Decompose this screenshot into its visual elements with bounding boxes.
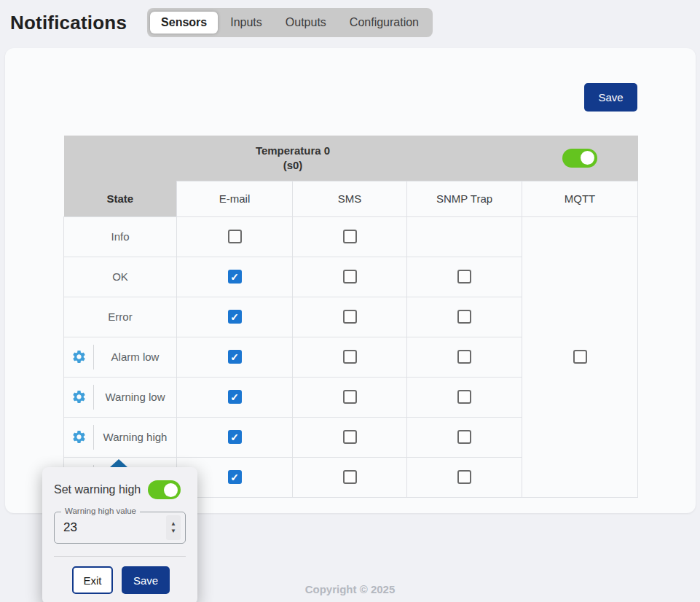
gear-icon[interactable] (64, 429, 93, 445)
tab-configuration[interactable]: Configuration (339, 12, 430, 34)
row-state-label: Error (64, 310, 176, 323)
page-header: Notifications SensorsInputsOutputsConfig… (0, 0, 700, 45)
sms-cell (293, 257, 407, 297)
snmp-trap-checkbox[interactable] (457, 390, 471, 404)
email-cell (177, 216, 293, 257)
sms-checkbox[interactable] (343, 270, 357, 284)
email-checkbox[interactable]: ✓ (228, 270, 242, 284)
sms-cell (293, 337, 407, 377)
warning-high-value-field[interactable]: Warning high value 23 ▲ ▼ (54, 512, 186, 544)
email-checkbox[interactable]: ✓ (228, 430, 242, 444)
snmp-trap-cell (407, 377, 522, 417)
email-cell: ✓ (177, 417, 293, 457)
set-warning-high-popup: Set warning high Warning high value 23 ▲… (42, 467, 197, 602)
column-header-email: E-mail (177, 181, 293, 216)
email-checkbox[interactable] (228, 230, 242, 243)
sms-checkbox[interactable] (343, 350, 357, 364)
row-state-label: OK (64, 270, 176, 283)
page-title: Notifications (10, 12, 127, 34)
snmp-trap-cell (407, 457, 522, 497)
table-row: Info (64, 216, 638, 257)
email-cell: ✓ (177, 337, 293, 377)
mqtt-checkbox[interactable] (573, 350, 587, 364)
sms-checkbox[interactable] (343, 310, 357, 324)
value-spinner: ▲ ▼ (166, 515, 181, 540)
column-header-row: State E-mail SMS SNMP Trap MQTT (64, 181, 638, 216)
email-checkbox[interactable]: ✓ (228, 470, 242, 484)
column-header-sms: SMS (293, 181, 407, 216)
sensor-notifications-table: Temperatura 0 (s0) State E-mail SMS SNMP… (63, 136, 638, 498)
sensor-table-body: Info OK ✓ Error ✓ (64, 216, 638, 497)
snmp-trap-cell (407, 417, 522, 457)
sms-checkbox[interactable] (343, 430, 357, 444)
snmp-trap-checkbox[interactable] (457, 270, 471, 284)
column-header-mqtt: MQTT (522, 181, 638, 216)
sms-cell (293, 297, 407, 337)
content-card: Save Temperatura 0 (s0) State (5, 48, 696, 513)
row-state-label: Alarm low (94, 351, 176, 363)
snmp-trap-checkbox[interactable] (457, 430, 471, 444)
popup-save-button[interactable]: Save (122, 566, 170, 594)
snmp-trap-checkbox[interactable] (457, 350, 471, 364)
sms-checkbox[interactable] (343, 470, 357, 484)
email-checkbox[interactable]: ✓ (228, 390, 242, 404)
field-label: Warning high value (61, 507, 140, 515)
sensor-enabled-toggle[interactable] (562, 149, 597, 168)
row-state-label: Warning low (94, 391, 176, 403)
email-cell: ✓ (177, 297, 293, 337)
gear-icon[interactable] (64, 349, 93, 364)
sms-cell (293, 417, 407, 457)
sensor-header-band: Temperatura 0 (s0) (64, 136, 638, 181)
mqtt-cell (522, 216, 638, 497)
sms-cell (293, 377, 407, 417)
warning-high-value-input[interactable]: 23 (63, 520, 166, 535)
row-state-label: Warning high (94, 431, 176, 443)
snmp-trap-checkbox[interactable] (457, 470, 471, 484)
set-warning-high-toggle[interactable] (148, 480, 181, 499)
snmp-trap-cell (407, 216, 522, 257)
sms-checkbox[interactable] (343, 230, 357, 243)
email-checkbox[interactable]: ✓ (228, 350, 242, 364)
exit-button[interactable]: Exit (72, 566, 113, 594)
sensor-title: Temperatura 0 (s0) (64, 136, 522, 181)
sms-checkbox[interactable] (343, 390, 357, 404)
popup-divider (54, 556, 186, 557)
email-cell: ✓ (177, 377, 293, 417)
tab-sensors[interactable]: Sensors (150, 12, 218, 34)
email-cell: ✓ (177, 257, 293, 297)
gear-icon[interactable] (64, 389, 93, 404)
tab-inputs[interactable]: Inputs (219, 12, 273, 34)
snmp-trap-cell (407, 297, 522, 337)
tab-bar: SensorsInputsOutputsConfiguration (147, 8, 433, 37)
email-checkbox[interactable]: ✓ (228, 310, 242, 324)
popup-toggle-label: Set warning high (54, 483, 141, 496)
row-state-label: Info (64, 230, 176, 243)
tab-outputs[interactable]: Outputs (275, 12, 337, 34)
column-header-snmp-trap: SNMP Trap (407, 181, 522, 216)
snmp-trap-checkbox[interactable] (457, 310, 471, 324)
snmp-trap-cell (407, 337, 522, 377)
sms-cell (293, 216, 407, 257)
save-button[interactable]: Save (584, 83, 637, 112)
column-header-state: State (64, 181, 177, 216)
snmp-trap-cell (407, 257, 522, 297)
spinner-down-button[interactable]: ▼ (170, 528, 176, 535)
sms-cell (293, 457, 407, 497)
spinner-up-button[interactable]: ▲ (170, 521, 176, 528)
